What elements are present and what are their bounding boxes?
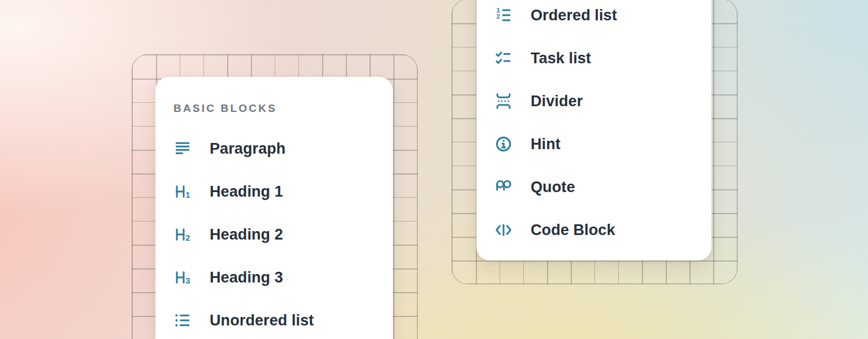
menu-item-label: Ordered list	[531, 7, 617, 24]
section-title: BASIC BLOCKS	[173, 102, 277, 115]
menu-item-label: Unordered list	[210, 312, 314, 329]
svg-text:2: 2	[497, 13, 500, 20]
menu-item-label: Heading 3	[210, 269, 283, 286]
menu-item-label: Task list	[531, 50, 591, 67]
paragraph-icon	[173, 140, 192, 158]
svg-text:3: 3	[185, 276, 190, 285]
background-gradient: BASIC BLOCKS Paragraph 1 Heading 1	[0, 0, 868, 339]
menu-item-label: Heading 1	[210, 183, 283, 201]
menu-item-heading-3[interactable]: 3 Heading 3	[173, 256, 381, 299]
menu-item-heading-1[interactable]: 1 Heading 1	[173, 170, 381, 213]
menu-item-hint[interactable]: Hint	[494, 123, 700, 166]
svg-text:1: 1	[497, 7, 500, 14]
menu-item-label: Divider	[531, 93, 583, 110]
menu-item-label: Hint	[531, 136, 561, 153]
svg-text:2: 2	[185, 233, 190, 242]
menu-item-paragraph[interactable]: Paragraph	[173, 127, 381, 170]
menu-item-ordered-list[interactable]: 1 2 Ordered list	[494, 0, 700, 37]
menu-item-code-block[interactable]: Code Block	[494, 208, 700, 251]
code-block-icon	[494, 221, 513, 239]
menu-item-quote[interactable]: Quote	[494, 166, 700, 208]
svg-text:1: 1	[185, 190, 190, 199]
hint-icon	[494, 135, 513, 153]
task-list-icon	[494, 49, 513, 67]
menu-item-heading-2[interactable]: 2 Heading 2	[173, 213, 381, 256]
heading-3-icon: 3	[173, 268, 192, 286]
unordered-list-icon	[173, 311, 192, 329]
menu-item-divider[interactable]: Divider	[494, 80, 700, 123]
basic-blocks-menu-card: BASIC BLOCKS Paragraph 1 Heading 1	[155, 77, 393, 339]
divider-icon	[494, 92, 513, 110]
menu-item-label: Paragraph	[210, 140, 285, 158]
quote-icon	[494, 178, 513, 196]
ordered-list-icon: 1 2	[494, 6, 513, 24]
heading-2-icon: 2	[173, 225, 192, 244]
menu-item-label: Quote	[531, 179, 575, 196]
menu-item-label: Heading 2	[210, 226, 283, 244]
menu-item-unordered-list[interactable]: Unordered list	[173, 299, 381, 339]
heading-1-icon: 1	[173, 182, 192, 201]
menu-item-label: Code Block	[531, 221, 615, 239]
blocks-menu-card: 1 2 Ordered list Task list	[476, 0, 711, 260]
menu-item-task-list[interactable]: Task list	[494, 37, 700, 80]
